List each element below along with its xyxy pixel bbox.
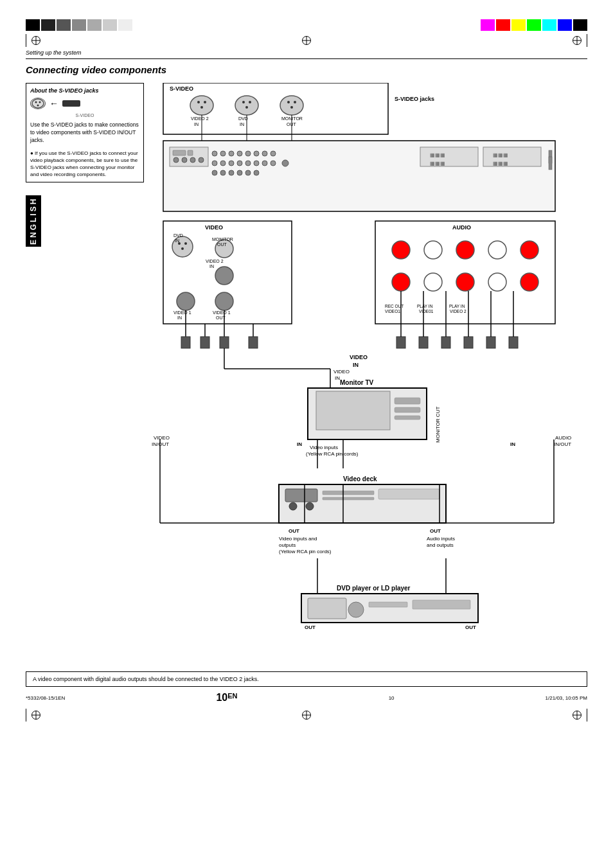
- svg-text:IN: IN: [177, 315, 182, 320]
- top-marks: [26, 34, 587, 47]
- cable-plug-icon: [62, 100, 80, 107]
- svg-rect-107: [200, 337, 209, 348]
- footer-right: 1/21/03, 10:05 PM: [546, 695, 587, 701]
- svg-text:MONITOR CUT: MONITOR CUT: [435, 407, 441, 443]
- svg-point-2: [39, 102, 41, 103]
- svg-point-40: [271, 151, 276, 156]
- svideo-box-title: About the S-VIDEO jacks: [30, 87, 139, 94]
- svg-text:▦▦▦: ▦▦▦: [493, 152, 508, 158]
- svg-point-22: [290, 106, 293, 109]
- svg-text:VIDEO 1: VIDEO 1: [173, 310, 191, 315]
- setting-up-text: Setting up the system: [26, 49, 587, 56]
- svg-text:OUT: OUT: [217, 242, 227, 247]
- svg-point-37: [245, 151, 251, 156]
- bar-blue: [558, 19, 572, 31]
- svg-text:IN: IN: [353, 362, 359, 368]
- svg-point-91: [392, 273, 410, 291]
- svg-text:VIDE01: VIDE01: [419, 309, 434, 314]
- bar-magenta: [481, 19, 495, 31]
- reg-mark-top-left: [31, 36, 40, 45]
- svg-rect-157: [308, 598, 346, 619]
- svg-text:OUT: OUT: [430, 528, 441, 534]
- svg-text:VIDEO: VIDEO: [333, 369, 350, 375]
- svideo-bullet: ● If you use the S-VIDEO jacks to connec…: [30, 150, 139, 179]
- svg-rect-111: [419, 337, 428, 348]
- bar-cyan: [542, 19, 556, 31]
- bar-light: [87, 19, 102, 31]
- svg-rect-142: [285, 489, 317, 502]
- bottom-note: A video component with digital audio out…: [26, 671, 587, 687]
- svg-rect-126: [316, 391, 390, 430]
- svg-point-69: [181, 247, 184, 250]
- color-bar-right: [481, 19, 587, 31]
- svg-text:outputs: outputs: [279, 542, 296, 548]
- svg-point-147: [306, 502, 314, 510]
- svg-text:IN: IN: [510, 441, 515, 447]
- svideo-connector-icon: [30, 98, 46, 109]
- section-title: Connecting video components: [26, 64, 587, 75]
- svg-point-49: [212, 170, 217, 175]
- svg-point-38: [254, 151, 259, 156]
- svg-point-36: [237, 151, 242, 156]
- svg-text:▦▦▦: ▦▦▦: [430, 152, 445, 158]
- svg-text:VIDEO 1: VIDEO 1: [213, 310, 231, 315]
- svg-point-13: [235, 96, 258, 115]
- bar-yellow: [511, 19, 526, 31]
- svg-point-95: [520, 273, 538, 291]
- svg-point-29: [173, 157, 179, 163]
- page-header: Setting up the system: [26, 49, 587, 59]
- svg-point-63: [282, 160, 289, 166]
- svideo-box: About the S-VIDEO jacks ←: [26, 83, 144, 182]
- svg-text:PLAY IN: PLAY IN: [417, 304, 433, 308]
- svg-rect-112: [441, 337, 450, 348]
- svg-point-52: [237, 170, 242, 175]
- svg-text:IN: IN: [175, 238, 179, 243]
- svg-point-51: [229, 170, 234, 175]
- bottom-marks: [26, 709, 587, 722]
- svg-text:VIDEO 2: VIDEO 2: [206, 259, 224, 263]
- svg-point-93: [456, 273, 474, 291]
- connection-diagram-svg: S-VIDEO S-VIDEO jacks VIDEO 2 IN DVD IN: [150, 83, 587, 642]
- svg-point-34: [220, 151, 226, 156]
- svg-text:Video deck: Video deck: [343, 475, 377, 483]
- svg-rect-26: [170, 147, 208, 166]
- svg-rect-62: [549, 157, 552, 170]
- svg-point-19: [280, 96, 303, 115]
- svg-point-68: [184, 242, 187, 245]
- svg-text:VIDEO 2: VIDEO 2: [191, 116, 209, 121]
- svg-text:VIDEO1: VIDEO1: [385, 309, 400, 314]
- bar-black: [26, 19, 40, 31]
- svg-text:VIDEO: VIDEO: [350, 354, 368, 360]
- footer-left: *5332/08-15/1EN: [26, 695, 65, 701]
- svg-point-33: [212, 151, 217, 156]
- arrow-left-icon: ←: [49, 98, 58, 109]
- svg-point-48: [271, 161, 276, 166]
- svg-rect-128: [395, 407, 420, 412]
- page-number: 10EN: [216, 692, 237, 704]
- svg-text:IN: IN: [335, 375, 340, 381]
- reg-mark-top-right: [573, 36, 582, 45]
- svg-point-8: [197, 101, 200, 103]
- svg-text:VIDEO: VIDEO: [205, 224, 223, 231]
- svg-point-9: [204, 101, 206, 103]
- svg-text:IN: IN: [297, 441, 302, 447]
- svg-point-14: [242, 101, 245, 103]
- svg-text:AUDIO: AUDIO: [452, 224, 471, 231]
- svg-text:MONITOR: MONITOR: [212, 237, 233, 242]
- svg-rect-28: [188, 150, 193, 155]
- english-sidebar: About the S-VIDEO jacks ←: [26, 83, 144, 661]
- bar-dark: [41, 19, 55, 31]
- svg-point-47: [262, 161, 267, 166]
- english-tab-label: ENGLISH: [26, 195, 41, 247]
- svg-text:Video inputs and: Video inputs and: [279, 536, 317, 542]
- svg-rect-160: [413, 600, 470, 609]
- svg-rect-110: [396, 337, 405, 348]
- svg-text:S-VIDEO: S-VIDEO: [170, 85, 193, 92]
- svg-rect-159: [369, 602, 407, 607]
- bar-lighter: [103, 19, 117, 31]
- svg-point-3: [37, 105, 39, 107]
- svg-text:OUT: OUT: [289, 528, 299, 534]
- footer-center: 10: [389, 695, 395, 701]
- svg-point-50: [220, 170, 226, 175]
- bar-red: [496, 19, 510, 31]
